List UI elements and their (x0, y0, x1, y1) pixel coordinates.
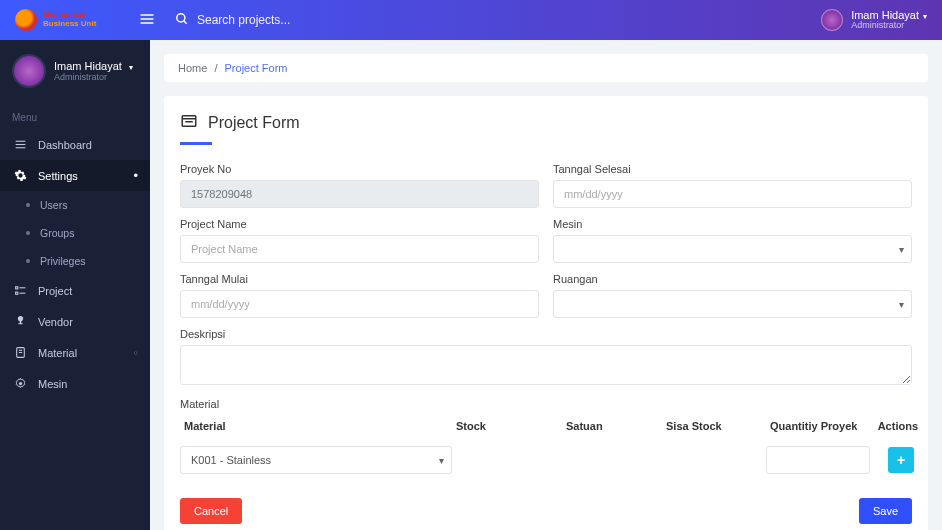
form-actions: Cancel Save (180, 498, 912, 524)
sidebar-user-name: Imam Hidayat (54, 60, 122, 72)
breadcrumb-separator: / (214, 62, 217, 74)
ruangan-select[interactable] (553, 290, 912, 318)
logo: Mechanical Business Unit (15, 9, 139, 31)
col-material: Material (184, 420, 456, 432)
sidebar-user-role: Administrator (54, 72, 133, 82)
proyek-no-input (180, 180, 539, 208)
chevron-down-icon: ▾ (923, 12, 927, 21)
logo-icon (15, 9, 37, 31)
sidebar-user[interactable]: Imam Hidayat ▾ Administrator (0, 40, 150, 102)
logo-line2: Business Unit (43, 20, 96, 29)
tanggal-mulai-label: Tanngal Mulai (180, 273, 539, 285)
sidebar-item-label: Vendor (38, 316, 73, 328)
panel: Project Form Proyek No Tanngal Selesai P… (164, 96, 928, 530)
avatar (12, 54, 46, 88)
ruangan-label: Ruangan (553, 273, 912, 285)
svg-rect-6 (15, 292, 17, 294)
sidebar-item-project[interactable]: Project (0, 275, 150, 306)
cancel-button[interactable]: Cancel (180, 498, 242, 524)
sidebar-item-label: Dashboard (38, 139, 92, 151)
gear-icon (12, 169, 28, 182)
col-satuan: Satuan (566, 420, 666, 432)
sidebar-item-settings[interactable]: Settings • (0, 160, 150, 191)
menu-icon (12, 138, 28, 151)
sidebar-item-label: Users (40, 199, 67, 211)
expand-indicator: ◦ (133, 346, 138, 359)
tanggal-selesai-label: Tanngal Selesai (553, 163, 912, 175)
gear-icon (12, 377, 28, 390)
content: Home / Project Form Project Form Proyek … (150, 40, 942, 530)
deskripsi-label: Deskripsi (180, 328, 912, 340)
search-wrap (175, 12, 821, 29)
sidebar-item-mesin[interactable]: Mesin (0, 368, 150, 399)
material-select[interactable]: K001 - Stainless (180, 446, 452, 474)
sidebar-item-label: Settings (38, 170, 78, 182)
mesin-label: Mesin (553, 218, 912, 230)
project-name-input[interactable] (180, 235, 539, 263)
sidebar-subitem-groups[interactable]: Groups (0, 219, 150, 247)
svg-point-0 (177, 13, 185, 21)
breadcrumb: Home / Project Form (164, 54, 928, 82)
sidebar-item-label: Groups (40, 227, 74, 239)
material-row: K001 - Stainless + (180, 442, 912, 478)
tanggal-mulai-input[interactable] (180, 290, 539, 318)
breadcrumb-current: Project Form (225, 62, 288, 74)
sidebar-subitem-privileges[interactable]: Privileges (0, 247, 150, 275)
user-menu[interactable]: Imam Hidayat▾ Administrator (821, 9, 927, 32)
clipboard-icon (12, 346, 28, 359)
sidebar-item-vendor[interactable]: Vendor (0, 306, 150, 337)
panel-title: Project Form (180, 112, 912, 134)
tanggal-selesai-input[interactable] (553, 180, 912, 208)
search-icon (175, 12, 189, 29)
qty-input[interactable] (766, 446, 870, 474)
sidebar-item-label: Mesin (38, 378, 67, 390)
svg-rect-5 (15, 287, 17, 289)
col-qty: Quantitiy Proyek (770, 420, 874, 432)
col-stock: Stock (456, 420, 566, 432)
add-material-button[interactable]: + (888, 447, 914, 473)
sidebar-item-label: Material (38, 347, 77, 359)
sidebar-item-label: Project (38, 285, 72, 297)
menu-toggle-button[interactable] (139, 11, 157, 30)
bullet-icon (26, 259, 30, 263)
topbar: Mechanical Business Unit Imam Hidayat▾ A… (0, 0, 942, 40)
chevron-down-icon: ▾ (129, 63, 133, 72)
user-role: Administrator (851, 21, 927, 31)
material-table-header: Material Stock Satuan Sisa Stock Quantit… (180, 420, 912, 442)
list-icon (12, 284, 28, 297)
material-section-label: Material (180, 398, 912, 410)
mesin-select[interactable] (553, 235, 912, 263)
save-button[interactable]: Save (859, 498, 912, 524)
svg-line-1 (184, 20, 187, 23)
search-input[interactable] (197, 13, 397, 27)
avatar (821, 9, 843, 31)
breadcrumb-home[interactable]: Home (178, 62, 207, 74)
active-indicator: • (133, 169, 138, 182)
deskripsi-input[interactable] (180, 345, 912, 385)
sidebar-item-material[interactable]: Material ◦ (0, 337, 150, 368)
page-title: Project Form (208, 114, 300, 132)
title-underline (180, 142, 212, 145)
menu-header: Menu (0, 102, 150, 129)
sidebar-item-label: Privileges (40, 255, 86, 267)
project-name-label: Project Name (180, 218, 539, 230)
bullet-icon (26, 203, 30, 207)
col-sisa-stock: Sisa Stock (666, 420, 770, 432)
user-name: Imam Hidayat (851, 9, 919, 21)
col-actions: Actions (874, 420, 918, 432)
form-icon (180, 112, 198, 134)
sidebar: Imam Hidayat ▾ Administrator Menu Dashbo… (0, 40, 150, 530)
proyek-no-label: Proyek No (180, 163, 539, 175)
sidebar-subitem-users[interactable]: Users (0, 191, 150, 219)
bullet-icon (26, 231, 30, 235)
trophy-icon (12, 315, 28, 328)
sidebar-item-dashboard[interactable]: Dashboard (0, 129, 150, 160)
svg-point-12 (18, 382, 21, 385)
